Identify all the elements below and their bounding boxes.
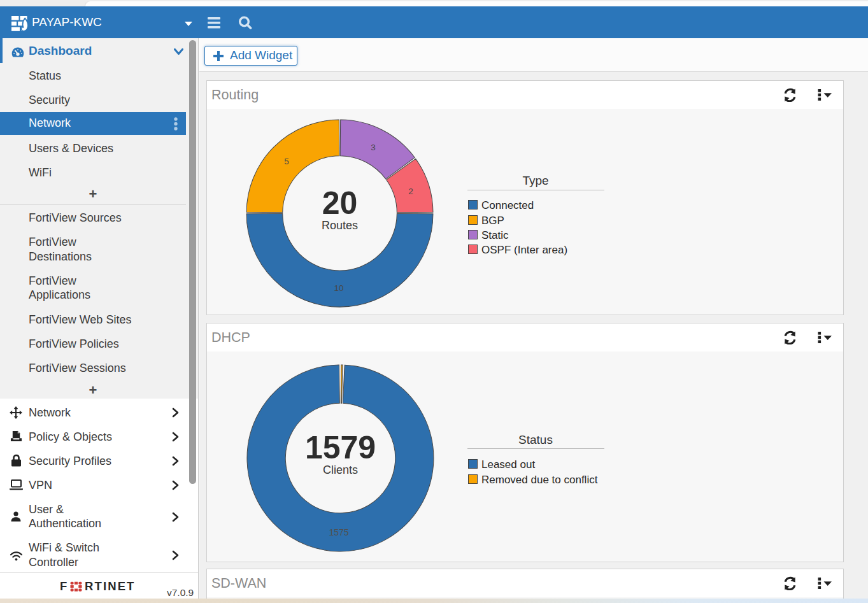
svg-text:F: F — [60, 581, 67, 592]
svg-text:RTINET: RTINET — [85, 581, 135, 592]
